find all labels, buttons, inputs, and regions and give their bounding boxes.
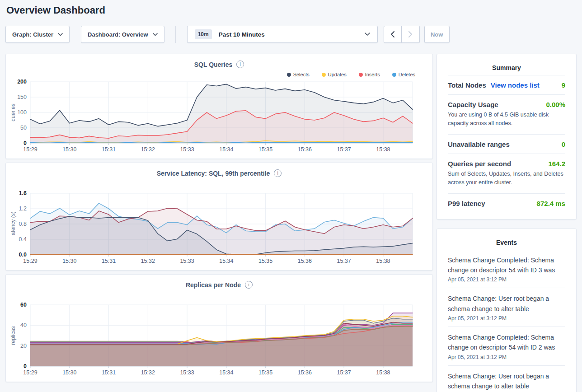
svg-text:15:32: 15:32 <box>141 258 155 264</box>
info-icon[interactable]: i <box>236 61 244 68</box>
legend-item[interactable]: Selects <box>287 72 310 77</box>
sql-queries-chart[interactable]: 05010015020015:2915:3015:3115:3215:3315:… <box>9 77 430 155</box>
info-icon[interactable]: i <box>274 169 282 177</box>
summary-total-nodes: Total Nodes View nodes list 9 <box>448 75 565 94</box>
event-text: Schema Change Completed: Schema change o… <box>448 332 565 353</box>
replicas-chart[interactable]: 020406015:2915:3015:3115:3215:3315:3415:… <box>9 300 430 378</box>
svg-text:15:33: 15:33 <box>180 369 194 376</box>
svg-text:15:38: 15:38 <box>376 146 390 153</box>
charts-column: SQL Queries i SelectsUpdatesInsertsDelet… <box>5 54 433 386</box>
legend-item[interactable]: Deletes <box>392 72 415 77</box>
time-range-badge: 10m <box>195 29 212 39</box>
legend-label: Inserts <box>365 72 380 77</box>
dashboard-dropdown[interactable]: Dashboard: Overview <box>81 26 164 43</box>
time-range-dropdown[interactable]: 10m Past 10 Minutes <box>187 26 378 43</box>
events-title: Events <box>448 239 565 246</box>
event-timestamp: Apr 05, 2021 at 3:12 PM <box>448 315 565 322</box>
time-next-button[interactable] <box>402 26 420 43</box>
svg-text:1.2: 1.2 <box>19 205 27 212</box>
time-prev-button[interactable] <box>384 26 402 43</box>
service-latency-panel: Service Latency: SQL, 99th percentile i … <box>5 163 433 271</box>
svg-text:200: 200 <box>17 79 27 85</box>
unavailable-ranges-value: 0 <box>562 140 565 148</box>
svg-text:15:37: 15:37 <box>337 369 351 376</box>
svg-text:15:31: 15:31 <box>102 258 116 264</box>
svg-text:15:33: 15:33 <box>180 258 194 264</box>
svg-text:15:31: 15:31 <box>102 146 116 153</box>
service-latency-chart[interactable]: 0.00.40.81.21.615:2915:3015:3115:3215:33… <box>9 189 430 266</box>
now-button[interactable]: Now <box>424 26 450 43</box>
qps-desc: Sum of Selects, Updates, Inserts, and De… <box>448 170 565 193</box>
svg-text:15:35: 15:35 <box>258 258 272 264</box>
svg-text:15:30: 15:30 <box>62 146 76 153</box>
legend-dot-icon <box>287 73 291 77</box>
svg-text:15:29: 15:29 <box>23 258 37 264</box>
summary-unavailable-ranges: Unavailable ranges 0 <box>448 134 565 154</box>
svg-text:15:35: 15:35 <box>258 146 272 153</box>
events-list: Schema Change Completed: Schema change o… <box>448 250 565 392</box>
event-timestamp: Apr 05, 2021 at 3:12 PM <box>448 276 565 283</box>
svg-text:queries: queries <box>10 103 16 121</box>
svg-text:15:29: 15:29 <box>23 146 37 153</box>
page-title: Overview Dashboard <box>6 5 576 16</box>
svg-text:15:36: 15:36 <box>298 369 312 376</box>
svg-text:latency (s): latency (s) <box>10 211 16 236</box>
view-nodes-list-link[interactable]: View nodes list <box>491 81 540 89</box>
svg-text:15:36: 15:36 <box>298 146 312 153</box>
legend-item[interactable]: Updates <box>322 72 347 77</box>
svg-text:0.4: 0.4 <box>19 236 27 243</box>
total-nodes-label: Total Nodes <box>448 81 486 89</box>
chart-svg: 020406015:2915:3015:3115:3215:3315:3415:… <box>9 300 430 378</box>
event-timestamp: Apr 05, 2021 at 3:12 PM <box>448 354 565 360</box>
chevron-down-icon <box>153 33 158 36</box>
sql-queries-panel: SQL Queries i SelectsUpdatesInsertsDelet… <box>5 54 433 159</box>
info-icon[interactable]: i <box>245 281 253 289</box>
summary-capacity: Capacity Usage 0.00% You are using 0 B o… <box>448 94 565 134</box>
svg-text:15:37: 15:37 <box>337 146 351 153</box>
time-nav-group <box>384 26 420 43</box>
chart-title: Replicas per Node <box>186 281 241 289</box>
svg-text:15:34: 15:34 <box>219 146 233 153</box>
svg-text:15:37: 15:37 <box>337 258 351 264</box>
event-item: Schema Change Completed: Schema change o… <box>448 327 565 365</box>
chart-svg: 05010015020015:2915:3015:3115:3215:3315:… <box>9 77 430 155</box>
graph-dropdown-label: Graph: Cluster <box>12 31 53 38</box>
toolbar-divider <box>175 26 176 43</box>
svg-text:40: 40 <box>20 322 27 328</box>
svg-text:0: 0 <box>23 140 27 146</box>
page-header: Overview Dashboard <box>0 0 582 16</box>
chevron-left-icon <box>390 31 394 37</box>
capacity-desc: You are using 0 B of 4.5 GiB usable disk… <box>448 111 565 134</box>
summary-p99: P99 latency 872.4 ms <box>448 193 565 213</box>
svg-text:15:30: 15:30 <box>62 258 76 264</box>
graph-dropdown[interactable]: Graph: Cluster <box>5 26 70 43</box>
event-item: Schema Change Completed: Schema change o… <box>448 250 565 288</box>
svg-text:15:36: 15:36 <box>298 258 312 264</box>
svg-text:1.6: 1.6 <box>19 190 27 196</box>
event-item: Schema Change: User root began a schema … <box>448 365 565 392</box>
capacity-value: 0.00% <box>546 101 565 108</box>
chart-svg: 0.00.40.81.21.615:2915:3015:3115:3215:33… <box>9 189 430 266</box>
svg-text:15:35: 15:35 <box>258 369 272 376</box>
svg-text:100: 100 <box>17 109 27 116</box>
svg-text:15:31: 15:31 <box>102 369 116 376</box>
unavailable-ranges-label: Unavailable ranges <box>448 140 510 148</box>
svg-text:0.8: 0.8 <box>19 221 27 227</box>
legend-label: Updates <box>328 72 347 77</box>
legend-item[interactable]: Inserts <box>359 72 380 77</box>
legend-dot-icon <box>322 73 326 77</box>
svg-text:60: 60 <box>20 302 27 308</box>
chevron-down-icon <box>58 33 63 36</box>
svg-text:15:30: 15:30 <box>62 369 76 376</box>
toolbar: Graph: Cluster Dashboard: Overview 10m P… <box>5 26 577 43</box>
summary-qps: Queries per second 164.2 Sum of Selects,… <box>448 154 565 193</box>
svg-text:20: 20 <box>20 343 27 349</box>
event-text: Schema Change: User root began a schema … <box>448 371 565 392</box>
svg-text:50: 50 <box>20 125 27 131</box>
svg-text:replicas: replicas <box>10 326 16 345</box>
legend-dot-icon <box>392 73 396 77</box>
chevron-right-icon <box>408 31 413 37</box>
dashboard-dropdown-label: Dashboard: Overview <box>88 31 148 38</box>
chart-title: SQL Queries <box>194 61 233 68</box>
event-text: Schema Change: User root began a schema … <box>448 294 565 314</box>
